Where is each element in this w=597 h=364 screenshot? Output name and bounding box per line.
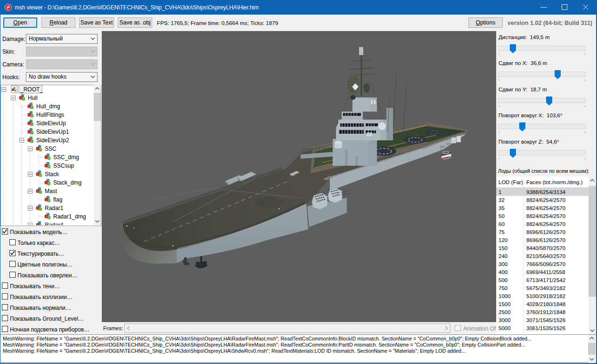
- svg-text:SideElevUp: SideElevUp: [36, 120, 66, 127]
- svg-text:SSC: SSC: [45, 146, 57, 152]
- svg-text:Radar1: Radar1: [45, 205, 64, 211]
- svg-text:Stack: Stack: [45, 171, 59, 178]
- svg-text:Radar4: Radar4: [45, 222, 64, 225]
- svg-text:flag: flag: [53, 196, 62, 203]
- svg-text:Radar1_dmg: Radar1_dmg: [53, 213, 86, 220]
- svg-text:Mast: Mast: [45, 188, 57, 194]
- svg-text:SSC_dmg: SSC_dmg: [53, 154, 79, 161]
- svg-text:SSCsup: SSCsup: [53, 162, 74, 169]
- svg-text:22: 22: [367, 131, 372, 137]
- svg-text:Hull: Hull: [28, 95, 38, 101]
- svg-text:SideElevUp1: SideElevUp1: [36, 129, 69, 135]
- svg-text:Stack_dmg: Stack_dmg: [53, 179, 82, 186]
- svg-text:SideElevUp2: SideElevUp2: [36, 137, 69, 144]
- svg-text:Hull_dmg: Hull_dmg: [36, 103, 60, 110]
- svg-text:HullFittings: HullFittings: [36, 112, 64, 118]
- svg-text:_ROOT_: _ROOT_: [20, 86, 43, 93]
